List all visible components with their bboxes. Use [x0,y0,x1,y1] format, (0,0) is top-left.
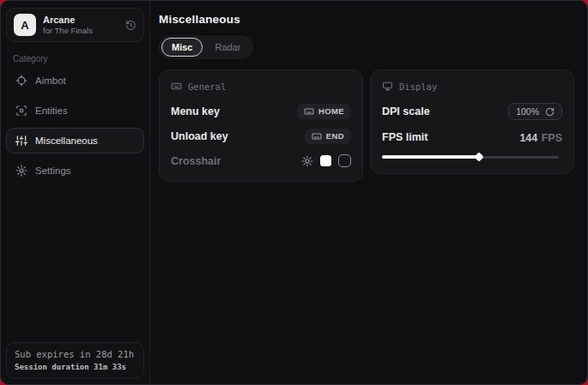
fps-limit-row: FPS limit 144 FPS [382,129,562,145]
crosshair-checkbox[interactable] [338,154,351,167]
gear-icon [15,165,27,177]
fps-limit-slider[interactable] [382,153,562,161]
history-icon[interactable] [125,20,136,31]
category-label: Category [1,45,149,68]
general-card-title: General [188,81,226,92]
sub-expires-text: Sub expires in 28d 21h [15,349,136,359]
sidebar-item-entities[interactable]: Entities [6,98,144,123]
sidebar-item-aimbot[interactable]: Aimbot [6,68,144,93]
brand-subtitle: for The Finals [43,26,118,35]
monitor-icon [382,81,393,92]
crosshair-label: Crosshair [171,155,221,167]
menu-key-label: Menu key [171,105,220,117]
unload-key-bind-button[interactable]: END [305,129,351,144]
scan-icon [15,105,27,117]
sidebar: A Arcane for The Finals Category Aimbot [1,1,150,384]
tab-bar: Misc Radar [159,35,253,59]
display-card-header: Display [382,79,562,94]
general-card: General Menu key HOME Unload key [159,69,363,182]
dpi-scale-control[interactable]: 100% [508,103,562,120]
dpi-scale-label: DPI scale [382,105,430,117]
sidebar-item-settings[interactable]: Settings [6,158,144,183]
brand-text: Arcane for The Finals [43,15,118,35]
unload-key-label: Unload key [171,130,228,142]
keyboard-icon [312,131,322,141]
fps-slider-fill [382,155,479,159]
sidebar-item-label: Entities [35,105,68,116]
rotate-cw-icon [545,107,555,117]
fps-limit-value: 144 [519,132,537,144]
fps-limit-label: FPS limit [382,131,427,143]
sidebar-nav: Aimbot Entities Miscellaneous [1,68,149,183]
menu-key-value: HOME [318,106,344,116]
unload-key-row: Unload key END [171,128,351,144]
crosshair-settings-gear-icon[interactable] [301,155,313,167]
fps-limit-readout: 144 FPS [519,129,562,145]
brand-logo: A [14,14,36,36]
display-card-title: Display [399,81,437,92]
sidebar-item-label: Miscellaneous [35,135,98,146]
page-title: Miscellaneous [159,13,574,26]
sidebar-spacer [1,183,149,337]
menu-key-row: Menu key HOME [171,103,351,119]
keyboard-icon [171,81,182,92]
session-duration-text: Session duration 31m 33s [15,363,136,371]
sidebar-item-miscellaneous[interactable]: Miscellaneous [6,128,144,153]
brand-name: Arcane [43,15,118,25]
sidebar-item-label: Aimbot [35,75,66,86]
crosshair-row: Crosshair [171,153,351,169]
dpi-scale-value: 100% [516,106,539,117]
dpi-scale-row: DPI scale 100% [382,103,562,120]
sliders-icon [15,135,27,147]
brand-card: A Arcane for The Finals [6,8,144,42]
display-card: Display DPI scale 100% FPS limit [370,69,574,174]
fps-slider-thumb[interactable] [475,152,484,161]
fps-limit-unit: FPS [542,132,562,144]
main-content: Miscellaneous Misc Radar General Menu ke… [150,1,587,384]
keyboard-icon [304,106,314,117]
sidebar-item-label: Settings [35,165,71,176]
general-card-header: General [171,79,351,94]
crosshair-icon [15,75,27,87]
tab-misc[interactable]: Misc [161,38,203,57]
menu-key-bind-button[interactable]: HOME [297,104,351,119]
crosshair-color-swatch[interactable] [320,155,331,166]
subscription-info: Sub expires in 28d 21h Session duration … [6,342,144,379]
tab-radar[interactable]: Radar [204,38,251,57]
crosshair-controls [301,154,351,167]
unload-key-value: END [326,131,344,141]
cards-row: General Menu key HOME Unload key [159,69,574,182]
app-window: A Arcane for The Finals Category Aimbot [0,0,588,385]
